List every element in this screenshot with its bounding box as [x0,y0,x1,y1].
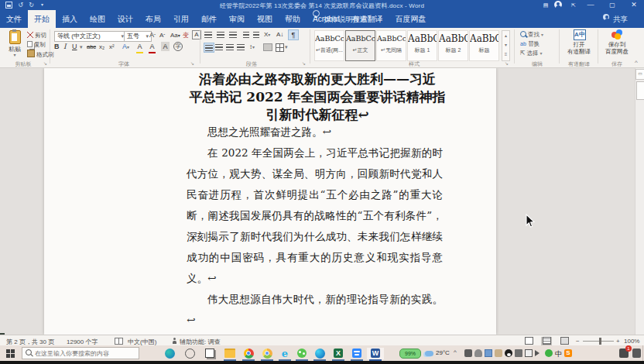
tab-home[interactable]: 开始 [28,10,56,28]
home-nas-icon[interactable] [495,349,502,357]
style-heading-1[interactable]: AaBbC标题 1 [407,30,437,61]
tab-draw[interactable]: 绘图 [84,10,111,28]
hidden-icons-chevron[interactable]: ^ [454,349,457,355]
sogou-icon[interactable]: S [564,349,572,357]
read-mode-button[interactable] [523,337,534,345]
superscript-button[interactable]: x² [109,42,115,52]
paste-dropdown-arrow[interactable]: ▾ [5,52,25,57]
bullets-button[interactable] [204,32,212,38]
fax-device-icon[interactable] [515,349,522,357]
align-center-button[interactable] [226,43,234,50]
paragraph-dialog-launcher[interactable]: ↘ [302,60,306,66]
monitor-icon[interactable] [525,349,533,357]
chrome-button[interactable] [240,348,257,359]
minimize-button[interactable]: — [582,0,599,10]
tab-file[interactable]: 文件 [0,10,28,28]
file-explorer-button[interactable] [221,348,238,359]
change-case-button[interactable]: Aa▾ [170,30,180,41]
zoom-in-button[interactable]: + [616,338,620,345]
align-justify-button[interactable] [204,43,214,53]
tab-baidu-netdisk[interactable]: 百度网盘 [389,10,432,28]
copy-button[interactable]: 复制 [27,40,46,49]
line-spacing-button[interactable]: ↕▾ [249,42,255,53]
tell-me-search[interactable]: 操作说明搜索 [324,10,368,28]
notification-app-icon[interactable]: 1 [619,349,629,358]
car-assistant-icon[interactable] [474,349,482,357]
zoom-level[interactable]: 100% [624,338,639,345]
web-layout-button[interactable] [559,337,570,345]
clipboard-dialog-launcher[interactable]: ↘ [43,60,47,66]
bold-button[interactable]: B [54,42,60,52]
style-no-spacing[interactable]: AaBbCcDx↵无间隔 [376,30,406,61]
print-layout-button[interactable] [541,337,552,345]
document-canvas[interactable]: 沿着必由之路夺取新的更大胜利——习近 平总书记 2022 年全国两会重要讲话精神… [0,68,644,335]
image-viewer-icon[interactable] [485,349,492,357]
cut-button[interactable]: 剪切 [27,31,46,39]
italic-button[interactable]: I [63,42,67,52]
volume-icon[interactable] [535,350,543,356]
taskbar-app-360[interactable] [161,348,178,359]
underline-button[interactable]: U [72,42,77,52]
tab-view[interactable]: 视图 [251,10,279,28]
close-button[interactable]: ✕ [625,0,642,10]
increase-indent-button[interactable] [253,32,259,38]
collapse-ribbon-button[interactable]: ^ [635,59,638,66]
taskbar-search-input[interactable] [22,347,139,359]
phonetic-guide-button[interactable]: 变 [183,30,189,40]
show-marks-button[interactable]: ¶ [288,29,299,40]
account-avatar[interactable] [554,1,562,9]
styles-gallery-scroll[interactable]: ▴▾≡ [502,30,510,61]
font-color-button[interactable]: A [149,42,156,53]
font-dialog-launcher[interactable]: ↘ [190,60,194,66]
battery-indicator[interactable]: 99% [399,349,421,359]
style-body-text[interactable]: AaBbCcDc↵正文 [345,30,375,61]
underline-dropdown[interactable]: ▾ [80,42,83,52]
borders-button[interactable] [276,43,284,52]
style-normal-web[interactable]: AaBbCcDc↵普通(网... [314,30,344,61]
sort-button[interactable]: A↓ [276,29,283,39]
vertical-scrollbar-thumb[interactable] [636,81,644,100]
zoom-out-button[interactable]: − [576,338,580,345]
proofing-icon[interactable] [115,338,123,345]
font-name-combo[interactable]: 等线 (中文正文)▾ [54,31,127,42]
numbering-button[interactable] [217,32,224,38]
font-size-combo[interactable]: 五号▾ [124,31,152,42]
text-effects-button[interactable]: A▾ [122,42,129,53]
pen-input-icon[interactable] [464,349,472,357]
align-right-button[interactable] [237,43,245,50]
action-center-icon[interactable] [632,349,641,358]
select-button[interactable]: ⇱ 选择 ▾ [520,49,543,58]
tab-review[interactable]: 审阅 [223,10,251,28]
multilevel-list-button[interactable] [229,32,237,38]
ribbon-display-icon[interactable]: ⇱ [565,0,582,10]
maximize-button[interactable]: ▢ [604,0,621,10]
oa-app-button[interactable] [348,348,365,359]
chrome-secondary-button[interactable] [259,348,276,359]
highlight-button[interactable]: A [136,42,143,53]
asian-layout-button[interactable]: X▾ [264,29,270,40]
zoom-slider-track[interactable] [583,341,614,342]
wechat-button[interactable] [293,348,310,359]
qq-icon[interactable] [505,349,512,357]
enclose-characters-button[interactable]: 字 [173,42,183,51]
borders-dropdown[interactable]: ▾ [285,42,288,52]
character-shading-button[interactable]: A [161,42,170,51]
zoom-slider-thumb[interactable] [599,338,601,345]
tab-mailings[interactable]: 邮件 [195,10,223,28]
style-heading-2[interactable]: AaBbC标题 2 [438,30,468,61]
vertical-scrollbar[interactable] [635,68,644,335]
ime-indicator[interactable]: 中 [555,349,562,359]
task-view-button[interactable] [201,348,218,359]
tab-help[interactable]: 帮助 [279,10,307,28]
word-button-active[interactable]: W [367,348,384,359]
tab-references[interactable]: 引用 [167,10,195,28]
shrink-font-button[interactable]: Aˇ [159,30,165,41]
find-button[interactable]: 查找 ▾ [520,30,543,39]
start-button[interactable] [2,348,19,359]
align-left-button[interactable] [215,43,223,50]
style-heading[interactable]: AaBbC标题 [469,30,499,61]
tab-design[interactable]: 设计 [111,10,139,28]
replace-button[interactable]: ab 替换 [520,39,540,48]
weather-temp[interactable]: 29°C [436,349,450,356]
strikethrough-button[interactable]: abc [87,42,96,52]
